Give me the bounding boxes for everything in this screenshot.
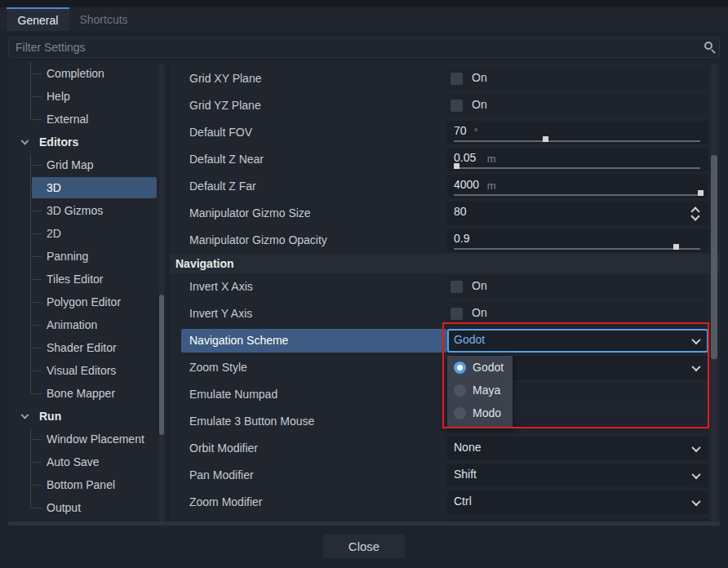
popup-option-label: Modo	[473, 406, 501, 419]
tab-general[interactable]: General	[7, 7, 69, 31]
tree-guide-stub	[30, 439, 42, 440]
sidebar-item-label: Bone Mapper	[47, 387, 115, 400]
slider-handle[interactable]	[698, 190, 704, 196]
checkbox-invert-y-axis[interactable]	[451, 308, 463, 320]
slider-track[interactable]	[454, 248, 700, 250]
sidebar-item-animation[interactable]: Animation	[8, 313, 166, 336]
filter-settings-input[interactable]	[8, 37, 720, 58]
sidebar-item-label: Run	[39, 410, 61, 423]
checkbox-cell: On	[447, 302, 708, 326]
tab-general-label: General	[18, 14, 59, 27]
sidebar-item-editors[interactable]: Editors	[8, 131, 166, 153]
sidebar-item-visual-editors[interactable]: Visual Editors	[8, 359, 166, 382]
checkbox-grid-xy-plane[interactable]	[451, 73, 463, 85]
popup-option-label: Godot	[473, 361, 504, 374]
slider-track[interactable]	[454, 140, 700, 142]
popup-option-modo[interactable]: Modo	[447, 402, 513, 424]
setting-row-manipulator-gizmo-opacity: Manipulator Gizmo Opacity0.9	[170, 227, 720, 254]
chevron-down-icon	[21, 137, 29, 145]
slider-cell: 70°	[447, 121, 708, 144]
chevron-down-icon	[691, 362, 700, 371]
setting-row-grid-yz-plane: Grid YZ PlaneOn	[170, 92, 720, 119]
dropdown-navigation-scheme[interactable]: Godot	[447, 329, 708, 353]
section-header-label: Navigation	[170, 257, 234, 270]
settings-rows: Grid XY PlaneOnGrid YZ PlaneOnDefault FO…	[170, 62, 720, 526]
sidebar-item-label: Tiles Editor	[47, 273, 104, 286]
window-top-strip	[0, 0, 728, 7]
filter-settings-bar	[8, 37, 720, 58]
spinner-cell[interactable]: 80	[447, 202, 708, 225]
sidebar-item-panning[interactable]: Panning	[8, 245, 166, 268]
setting-label: Invert X Axis	[170, 273, 447, 300]
dropdown-value: Ctrl	[454, 495, 472, 508]
sidebar-item-tiles-editor[interactable]: Tiles Editor	[8, 268, 166, 291]
settings-scrollbar[interactable]	[711, 64, 717, 522]
sidebar-item-run[interactable]: Run	[8, 405, 166, 428]
tree-guide-stub	[30, 348, 42, 348]
tree-guide-stub	[30, 302, 42, 303]
close-button[interactable]: Close	[323, 535, 405, 558]
slider-handle[interactable]	[454, 163, 459, 169]
setting-label: Grid XY Plane	[170, 65, 447, 92]
sidebar-item-label: Help	[47, 90, 70, 103]
checkbox-cell: On	[447, 67, 708, 91]
section-header-navigation: Navigation	[170, 254, 720, 273]
dropdown-value: Shift	[454, 468, 477, 481]
setting-row-zoom-modifier: Zoom ModifierCtrl	[170, 489, 720, 516]
dropdown-pan-modifier[interactable]: Shift	[447, 464, 708, 487]
sidebar-item-grid-map[interactable]: Grid Map	[8, 153, 166, 176]
settings-scrollbar-thumb[interactable]	[711, 155, 717, 359]
setting-row-invert-x-axis: Invert X AxisOn	[170, 273, 720, 300]
sidebar-item-shader-editor[interactable]: Shader Editor	[8, 336, 166, 359]
slider-track[interactable]	[454, 194, 700, 196]
sidebar-item-polygon-editor[interactable]: Polygon Editor	[8, 291, 166, 313]
slider-handle[interactable]	[543, 136, 548, 142]
tree-guide-line	[30, 108, 31, 119]
sidebar-item-3d-gizmos[interactable]: 3D Gizmos	[8, 199, 166, 222]
setting-label: Orbit Modifier	[170, 435, 447, 462]
slider-track[interactable]	[454, 167, 700, 169]
sidebar-item-label: Grid Map	[47, 158, 94, 171]
sidebar-item-3d[interactable]: 3D	[8, 176, 166, 199]
checkbox-grid-yz-plane[interactable]	[451, 100, 463, 112]
sidebar-item-completion[interactable]: Completion	[8, 62, 166, 85]
spinner-updown-icon[interactable]	[690, 207, 700, 220]
slider-cell: 0.05m	[447, 148, 708, 171]
setting-row-default-z-far: Default Z Far4000m	[170, 173, 720, 200]
setting-row-zoom-style: Zoom Style	[170, 354, 720, 381]
navigation-scheme-popup: GodotMayaModo	[447, 356, 513, 428]
sidebar-item-label: Bottom Panel	[47, 478, 115, 491]
tree-guide-stub	[30, 119, 42, 120]
sidebar-item-label: 2D	[47, 227, 61, 240]
setting-row-navigation-scheme: Navigation SchemeGodot	[170, 327, 720, 354]
setting-label: Zoom Modifier	[170, 489, 447, 516]
sidebar-item-label: Completion	[47, 67, 104, 80]
popup-option-godot[interactable]: Godot	[447, 356, 513, 379]
slider-cell: 4000m	[447, 175, 708, 198]
slider-handle[interactable]	[673, 244, 679, 250]
tab-shortcuts-label: Shortcuts	[79, 13, 127, 26]
popup-option-maya[interactable]: Maya	[447, 379, 513, 402]
tree-guide-stub	[30, 165, 42, 166]
sidebar-item-bone-mapper[interactable]: Bone Mapper	[8, 382, 166, 405]
chevron-down-icon	[691, 442, 700, 451]
checkbox-invert-x-axis[interactable]	[451, 281, 463, 293]
sidebar-scrollbar-thumb[interactable]	[159, 295, 164, 435]
tab-shortcuts[interactable]: Shortcuts	[72, 7, 135, 31]
setting-label: Emulate 3 Button Mouse	[170, 408, 447, 435]
sidebar-item-label: Polygon Editor	[47, 295, 121, 308]
radio-selected-icon	[454, 362, 466, 374]
dropdown-zoom-modifier[interactable]: Ctrl	[447, 490, 708, 514]
sidebar-item-help[interactable]: Help	[8, 85, 166, 108]
setting-row-orbit-modifier: Orbit ModifierNone	[170, 435, 720, 462]
sidebar-item-2d[interactable]: 2D	[8, 222, 166, 245]
sidebar-item-bottom-panel[interactable]: Bottom Panel	[8, 473, 166, 496]
sidebar-item-external[interactable]: External	[8, 108, 166, 131]
dropdown-value: None	[454, 441, 481, 454]
sidebar-scrollbar[interactable]	[159, 64, 164, 524]
sidebar-item-auto-save[interactable]: Auto Save	[8, 450, 166, 473]
sidebar-item-window-placement[interactable]: Window Placement	[8, 428, 166, 450]
dropdown-orbit-modifier[interactable]: None	[447, 437, 708, 460]
search-icon	[704, 42, 712, 50]
sidebar-item-output[interactable]: Output	[8, 496, 166, 519]
